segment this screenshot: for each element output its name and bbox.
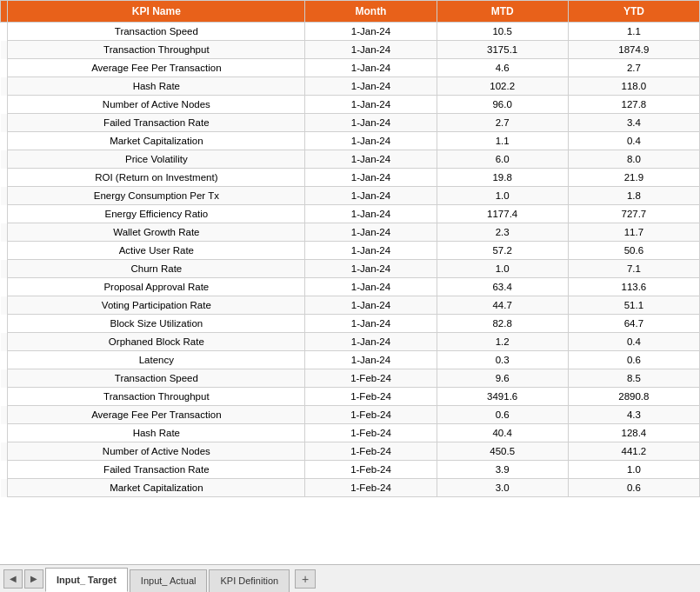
mtd-cell: 3175.1 bbox=[437, 41, 568, 59]
table-row[interactable]: Hash Rate1-Feb-2440.4128.4 bbox=[1, 424, 700, 442]
month-cell: 1-Feb-24 bbox=[305, 388, 437, 406]
month-cell: 1-Jan-24 bbox=[305, 114, 437, 132]
table-row[interactable]: Average Fee Per Transaction1-Feb-240.64.… bbox=[1, 406, 700, 424]
ytd-cell: 0.6 bbox=[568, 351, 699, 369]
mtd-cell: 40.4 bbox=[437, 424, 568, 442]
table-row[interactable]: Proposal Approval Rate1-Jan-2463.4113.6 bbox=[1, 278, 700, 296]
ytd-cell: 4.3 bbox=[568, 406, 699, 424]
kpi-name-cell: Price Volatility bbox=[8, 150, 305, 169]
table-row[interactable]: Number of Active Nodes1-Jan-2496.0127.8 bbox=[1, 96, 700, 114]
table-row[interactable]: Average Fee Per Transaction1-Jan-244.62.… bbox=[1, 59, 700, 77]
ytd-cell: 7.1 bbox=[568, 260, 699, 278]
table-row[interactable]: Transaction Speed1-Jan-2410.51.1 bbox=[1, 23, 700, 41]
ytd-cell: 50.6 bbox=[568, 242, 699, 260]
kpi-name-cell: Average Fee Per Transaction bbox=[8, 406, 305, 424]
month-cell: 1-Jan-24 bbox=[305, 296, 437, 315]
kpi-name-cell: Orphaned Block Rate bbox=[8, 333, 305, 351]
tab-next-button[interactable]: ▶ bbox=[24, 569, 43, 589]
table-row[interactable]: Active User Rate1-Jan-2457.250.6 bbox=[1, 242, 700, 260]
kpi-name-cell: Transaction Throughput bbox=[8, 388, 305, 406]
row-marker-cell bbox=[1, 424, 8, 442]
mtd-cell: 0.6 bbox=[437, 406, 568, 424]
header-mtd[interactable]: MTD bbox=[437, 1, 568, 23]
ytd-cell: 1874.9 bbox=[568, 41, 699, 59]
tab-input_-target[interactable]: Input_ Target bbox=[45, 568, 128, 592]
mtd-cell: 1177.4 bbox=[437, 205, 568, 223]
table-row[interactable]: Orphaned Block Rate1-Jan-241.20.4 bbox=[1, 333, 700, 351]
header-kpi[interactable]: KPI Name bbox=[8, 1, 305, 23]
table-row[interactable]: Wallet Growth Rate1-Jan-242.311.7 bbox=[1, 223, 700, 242]
month-cell: 1-Jan-24 bbox=[305, 242, 437, 260]
kpi-name-cell: Number of Active Nodes bbox=[8, 96, 305, 114]
row-marker-cell bbox=[1, 132, 8, 150]
kpi-name-cell: Energy Consumption Per Tx bbox=[8, 187, 305, 205]
mtd-cell: 2.3 bbox=[437, 223, 568, 242]
kpi-name-cell: Transaction Speed bbox=[8, 369, 305, 388]
table-row[interactable]: Market Capitalization1-Feb-243.00.6 bbox=[1, 479, 700, 497]
month-cell: 1-Jan-24 bbox=[305, 132, 437, 150]
table-row[interactable]: ROI (Return on Investment)1-Jan-2419.821… bbox=[1, 169, 700, 187]
table-wrapper[interactable]: KPI Name Month MTD YTD Transaction Speed… bbox=[0, 0, 700, 564]
table-row[interactable]: Energy Consumption Per Tx1-Jan-241.01.8 bbox=[1, 187, 700, 205]
kpi-name-cell: Market Capitalization bbox=[8, 132, 305, 150]
row-marker-cell bbox=[1, 461, 8, 479]
ytd-cell: 3.4 bbox=[568, 114, 699, 132]
kpi-name-cell: Hash Rate bbox=[8, 424, 305, 442]
tab-input_-actual[interactable]: Input_ Actual bbox=[130, 569, 208, 592]
row-marker-cell bbox=[1, 388, 8, 406]
table-row[interactable]: Voting Participation Rate1-Jan-2444.751.… bbox=[1, 296, 700, 315]
mtd-cell: 1.1 bbox=[437, 132, 568, 150]
table-row[interactable]: Churn Rate1-Jan-241.07.1 bbox=[1, 260, 700, 278]
kpi-name-cell: Voting Participation Rate bbox=[8, 296, 305, 315]
kpi-name-cell: Transaction Speed bbox=[8, 23, 305, 41]
table-row[interactable]: Price Volatility1-Jan-246.08.0 bbox=[1, 150, 700, 169]
row-marker-cell bbox=[1, 77, 8, 96]
ytd-cell: 2.7 bbox=[568, 59, 699, 77]
add-tab-button[interactable]: + bbox=[295, 569, 316, 589]
month-cell: 1-Jan-24 bbox=[305, 96, 437, 114]
mtd-cell: 6.0 bbox=[437, 150, 568, 169]
row-marker-cell bbox=[1, 205, 8, 223]
month-cell: 1-Jan-24 bbox=[305, 351, 437, 369]
kpi-name-cell: Active User Rate bbox=[8, 242, 305, 260]
mtd-cell: 102.2 bbox=[437, 77, 568, 96]
table-row[interactable]: Failed Transaction Rate1-Jan-242.73.4 bbox=[1, 114, 700, 132]
mtd-cell: 4.6 bbox=[437, 59, 568, 77]
tab-kpi-definition[interactable]: KPI Definition bbox=[209, 569, 290, 592]
table-row[interactable]: Block Size Utilization1-Jan-2482.864.7 bbox=[1, 315, 700, 333]
table-row[interactable]: Market Capitalization1-Jan-241.10.4 bbox=[1, 132, 700, 150]
month-cell: 1-Jan-24 bbox=[305, 333, 437, 351]
mtd-cell: 0.3 bbox=[437, 351, 568, 369]
month-cell: 1-Jan-24 bbox=[305, 59, 437, 77]
table-body: Transaction Speed1-Jan-2410.51.1Transact… bbox=[1, 23, 700, 497]
ytd-cell: 1.8 bbox=[568, 187, 699, 205]
table-row[interactable]: Failed Transaction Rate1-Feb-243.91.0 bbox=[1, 461, 700, 479]
header-month[interactable]: Month bbox=[305, 1, 437, 23]
mtd-cell: 96.0 bbox=[437, 96, 568, 114]
table-row[interactable]: Transaction Speed1-Feb-249.68.5 bbox=[1, 369, 700, 388]
month-cell: 1-Feb-24 bbox=[305, 442, 437, 461]
table-row[interactable]: Number of Active Nodes1-Feb-24450.5441.2 bbox=[1, 442, 700, 461]
ytd-cell: 0.4 bbox=[568, 132, 699, 150]
ytd-cell: 51.1 bbox=[568, 296, 699, 315]
ytd-cell: 11.7 bbox=[568, 223, 699, 242]
ytd-cell: 0.4 bbox=[568, 333, 699, 351]
header-ytd[interactable]: YTD bbox=[568, 1, 699, 23]
kpi-name-cell: ROI (Return on Investment) bbox=[8, 169, 305, 187]
table-row[interactable]: Transaction Throughput1-Jan-243175.11874… bbox=[1, 41, 700, 59]
month-cell: 1-Jan-24 bbox=[305, 187, 437, 205]
tab-prev-button[interactable]: ◀ bbox=[3, 569, 23, 589]
row-marker-cell bbox=[1, 479, 8, 497]
tabs-container: Input_ TargetInput_ ActualKPI Definition bbox=[45, 566, 290, 592]
table-row[interactable]: Hash Rate1-Jan-24102.2118.0 bbox=[1, 77, 700, 96]
month-cell: 1-Jan-24 bbox=[305, 150, 437, 169]
table-row[interactable]: Latency1-Jan-240.30.6 bbox=[1, 351, 700, 369]
row-marker-cell bbox=[1, 242, 8, 260]
ytd-cell: 1.0 bbox=[568, 461, 699, 479]
month-cell: 1-Jan-24 bbox=[305, 278, 437, 296]
table-row[interactable]: Energy Efficiency Ratio1-Jan-241177.4727… bbox=[1, 205, 700, 223]
table-row[interactable]: Transaction Throughput1-Feb-243491.62890… bbox=[1, 388, 700, 406]
month-cell: 1-Jan-24 bbox=[305, 223, 437, 242]
row-marker-cell bbox=[1, 442, 8, 461]
mtd-cell: 82.8 bbox=[437, 315, 568, 333]
